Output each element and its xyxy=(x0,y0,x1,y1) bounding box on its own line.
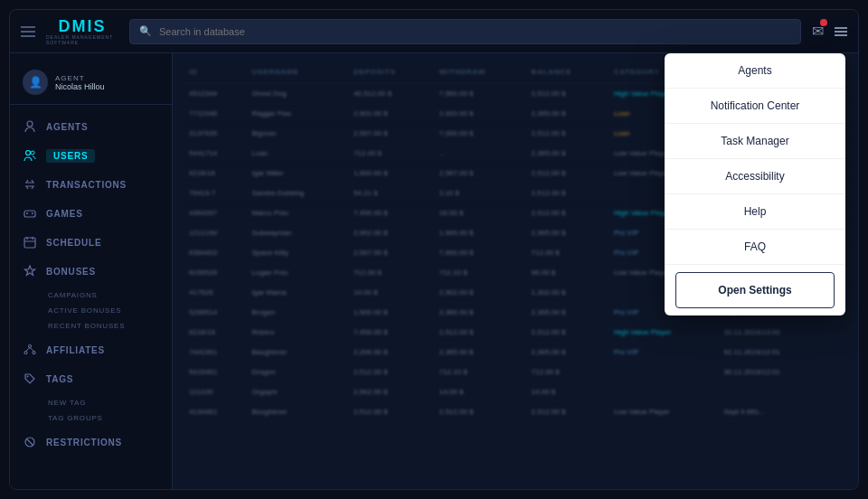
mail-button[interactable]: ✉ xyxy=(812,23,824,40)
sidebar-restrictions-label: RESTRICTIONS xyxy=(46,438,122,447)
dropdown-accessibility[interactable]: Accessibility xyxy=(665,159,845,194)
cell-category xyxy=(609,362,719,382)
svg-point-1 xyxy=(26,151,31,155)
cell-balance: 2,512.00 $ xyxy=(526,124,609,144)
schedule-icon xyxy=(23,235,37,250)
svg-point-6 xyxy=(24,352,27,354)
sidebar-sub-tag-groups[interactable]: TAG GROUPS xyxy=(48,410,159,426)
svg-point-8 xyxy=(27,376,29,378)
cell-withdraw: 16.00 $ xyxy=(434,203,526,223)
cell-username: Subwayman xyxy=(246,223,347,243)
sidebar-sub-new-tag[interactable]: NEW TAG xyxy=(48,395,159,410)
cell-deposits: 2,206.00 $ xyxy=(348,343,434,362)
dropdown-agents[interactable]: Agents xyxy=(665,53,845,89)
cell-balance: 2,365.00 $ xyxy=(526,223,609,243)
person-icon xyxy=(23,119,37,134)
logo: DMIS DEALER MANAGEMENT SOFTWARE xyxy=(46,16,118,47)
cell-username: Dragon xyxy=(246,362,347,382)
menu-icon[interactable] xyxy=(835,27,847,36)
affiliates-icon xyxy=(23,343,37,357)
cell-username: Logan Frec xyxy=(246,263,347,283)
dropdown-faq[interactable]: FAQ xyxy=(665,230,845,265)
col-username: USERNAME xyxy=(246,61,347,84)
cell-withdraw: 1,900.00 $ xyxy=(434,223,526,243)
dropdown-help[interactable]: Help xyxy=(665,194,845,230)
cell-username: Space Kitty xyxy=(246,243,347,263)
sidebar-affiliates-label: AFFILIATES xyxy=(46,345,105,355)
svg-rect-4 xyxy=(24,238,35,248)
sidebar-users-label: USERS xyxy=(46,149,95,163)
sidebar-item-games[interactable]: GAMES xyxy=(10,199,172,228)
cell-id: 6364403 xyxy=(184,243,246,263)
sidebar-games-label: GAMES xyxy=(46,209,83,219)
cell-deposits: 40,512.00 $ xyxy=(348,84,434,104)
cell-withdraw: 2,902.00 $ xyxy=(434,283,526,303)
sidebar-sub-campaigns[interactable]: CAMPAIGNS xyxy=(48,287,159,303)
search-icon: 🔍 xyxy=(139,25,152,37)
cell-deposits: 7,456.00 $ xyxy=(348,203,434,223)
cell-username: Robico xyxy=(246,323,347,343)
sidebar-agent: 👤 AGENT Nicolas Hillou xyxy=(10,61,172,105)
sidebar-item-restrictions[interactable]: RESTRICTIONS xyxy=(10,428,172,457)
cell-username: Ghost Dog xyxy=(246,84,347,104)
cell-balance: 2,365.00 $ xyxy=(526,104,609,124)
cell-withdraw: ... xyxy=(434,144,526,164)
cell-deposits: 2,512.00 $ xyxy=(348,402,434,422)
sidebar-item-tags[interactable]: TAGS xyxy=(10,364,172,393)
cell-balance: 2,365.00 $ xyxy=(526,343,609,362)
open-settings-button[interactable]: Open Settings xyxy=(675,272,835,308)
dropdown-notification-center[interactable]: Notification Center xyxy=(665,89,845,124)
hamburger-icon[interactable] xyxy=(21,26,35,37)
sidebar: 👤 AGENT Nicolas Hillou AGENTS xyxy=(10,53,173,489)
cell-username: Boughener xyxy=(246,402,347,422)
cell-id: 5299514 xyxy=(184,303,246,323)
games-icon xyxy=(23,206,37,221)
sidebar-schedule-label: SCHEDULE xyxy=(46,238,101,248)
cell-id: 7712346 xyxy=(184,104,246,124)
restrictions-icon xyxy=(23,435,37,449)
cell-deposits: 2,567.00 $ xyxy=(348,124,434,144)
cell-deposits: 1,900.00 $ xyxy=(348,164,434,184)
cell-balance: 2,512.00 $ xyxy=(526,84,609,104)
sidebar-agents-label: AGENTS xyxy=(46,122,88,132)
cell-username: Loan xyxy=(246,144,347,164)
cell-withdraw: 7,560.00 $ xyxy=(434,84,526,104)
table-row[interactable]: 6216/18 Robico 7,456.00 $ 2,512.00 $ 2,5… xyxy=(184,323,847,343)
logo-subtitle: DEALER MANAGEMENT SOFTWARE xyxy=(46,34,118,45)
dropdown-task-manager[interactable]: Task Manager xyxy=(665,124,845,159)
sidebar-sub-recent-bonuses[interactable]: RECENT BONUSES xyxy=(48,318,159,334)
cell-id: 4364397 xyxy=(184,203,246,223)
sidebar-item-transactions[interactable]: TRANSACTIONS xyxy=(10,170,172,199)
cell-withdraw: 3.10 $ xyxy=(434,184,526,203)
cell-last-activity: 10.11.2019/13:00 xyxy=(718,323,847,343)
logo-text: DMIS xyxy=(59,18,107,34)
cell-withdraw: 2,512.00 $ xyxy=(434,323,526,343)
col-deposits: DEPOSITS xyxy=(348,61,434,84)
table-row[interactable]: 4134461 Boughener 2,512.00 $ 2,512.00 $ … xyxy=(184,402,847,422)
agent-info: AGENT Nicolas Hillou xyxy=(55,74,105,91)
sidebar-item-bonuses[interactable]: BONUSES xyxy=(10,257,172,286)
svg-rect-3 xyxy=(24,211,35,217)
cell-id: 121100 xyxy=(184,382,246,402)
cell-balance: 2,512.00 $ xyxy=(526,184,609,203)
search-bar[interactable]: 🔍 xyxy=(129,19,801,44)
sidebar-sub-active-bonuses[interactable]: ACTIVE BONUSES xyxy=(48,303,159,318)
cell-id: 6216/18 xyxy=(184,323,246,343)
sidebar-item-agents[interactable]: AGENTS xyxy=(10,112,172,141)
cell-category: High Value Player xyxy=(609,323,719,343)
search-input[interactable] xyxy=(159,26,791,37)
sidebar-item-schedule[interactable]: SCHEDULE xyxy=(10,228,172,257)
table-row[interactable]: 7441901 Baughener 2,206.00 $ 2,365.00 $ … xyxy=(184,343,847,362)
sidebar-tags-label: TAGS xyxy=(46,374,73,384)
cell-last-activity: Sept 4 891... xyxy=(718,402,847,422)
cell-deposits: 54.21 $ xyxy=(348,184,434,203)
sidebar-item-users[interactable]: USERS xyxy=(10,141,172,170)
cell-deposits: 712.00 $ xyxy=(348,144,434,164)
sidebar-item-affiliates[interactable]: AFFILIATES xyxy=(10,335,172,364)
cell-id: 8156526 xyxy=(184,263,246,283)
topbar: DMIS DEALER MANAGEMENT SOFTWARE 🔍 ✉ xyxy=(10,10,858,53)
table-row[interactable]: 121100 Orgayni 2,902.00 $ 14.00 $ 14.00 … xyxy=(184,382,847,402)
cell-balance: 712.00 $ xyxy=(526,362,609,382)
agent-name: Nicolas Hillou xyxy=(55,82,105,91)
table-row[interactable]: 5415461 Dragon 2,512.00 $ 712.10 $ 712.0… xyxy=(184,362,847,382)
